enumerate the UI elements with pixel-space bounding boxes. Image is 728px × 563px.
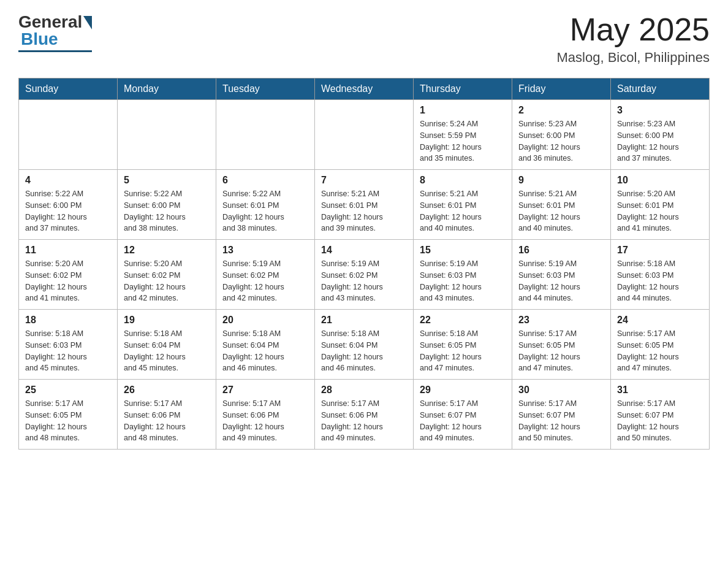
logo-blue-text: Blue bbox=[21, 29, 58, 49]
day-info: Sunrise: 5:21 AM Sunset: 6:01 PM Dayligh… bbox=[420, 188, 506, 234]
day-number: 15 bbox=[420, 245, 506, 256]
week-row-3: 11Sunrise: 5:20 AM Sunset: 6:02 PM Dayli… bbox=[19, 240, 710, 310]
day-info: Sunrise: 5:21 AM Sunset: 6:01 PM Dayligh… bbox=[321, 188, 407, 234]
day-number: 18 bbox=[25, 315, 111, 326]
calendar-header-sunday: Sunday bbox=[19, 79, 118, 100]
day-number: 24 bbox=[617, 315, 703, 326]
calendar-header-saturday: Saturday bbox=[611, 79, 710, 100]
calendar-cell: 1Sunrise: 5:24 AM Sunset: 5:59 PM Daylig… bbox=[414, 100, 512, 170]
day-info: Sunrise: 5:18 AM Sunset: 6:04 PM Dayligh… bbox=[321, 328, 407, 374]
day-number: 19 bbox=[124, 315, 210, 326]
day-number: 8 bbox=[420, 175, 506, 186]
calendar-cell: 21Sunrise: 5:18 AM Sunset: 6:04 PM Dayli… bbox=[315, 310, 414, 380]
logo-underline bbox=[18, 50, 92, 52]
day-number: 11 bbox=[25, 245, 111, 256]
day-number: 2 bbox=[518, 105, 604, 116]
calendar-header-thursday: Thursday bbox=[414, 79, 512, 100]
calendar-cell: 29Sunrise: 5:17 AM Sunset: 6:07 PM Dayli… bbox=[414, 380, 512, 450]
day-number: 4 bbox=[25, 175, 111, 186]
calendar-cell: 5Sunrise: 5:22 AM Sunset: 6:00 PM Daylig… bbox=[118, 170, 216, 240]
day-info: Sunrise: 5:20 AM Sunset: 6:01 PM Dayligh… bbox=[617, 188, 703, 234]
calendar-cell: 19Sunrise: 5:18 AM Sunset: 6:04 PM Dayli… bbox=[118, 310, 216, 380]
day-info: Sunrise: 5:22 AM Sunset: 6:00 PM Dayligh… bbox=[25, 188, 111, 234]
calendar-cell: 2Sunrise: 5:23 AM Sunset: 6:00 PM Daylig… bbox=[512, 100, 611, 170]
day-info: Sunrise: 5:22 AM Sunset: 6:00 PM Dayligh… bbox=[124, 188, 210, 234]
day-info: Sunrise: 5:22 AM Sunset: 6:01 PM Dayligh… bbox=[222, 188, 308, 234]
day-number: 31 bbox=[617, 385, 703, 396]
day-number: 23 bbox=[518, 315, 604, 326]
day-info: Sunrise: 5:18 AM Sunset: 6:05 PM Dayligh… bbox=[420, 328, 506, 374]
day-number: 14 bbox=[321, 245, 407, 256]
calendar-cell: 12Sunrise: 5:20 AM Sunset: 6:02 PM Dayli… bbox=[118, 240, 216, 310]
calendar-cell bbox=[118, 100, 216, 170]
calendar-cell: 28Sunrise: 5:17 AM Sunset: 6:06 PM Dayli… bbox=[315, 380, 414, 450]
calendar-cell: 4Sunrise: 5:22 AM Sunset: 6:00 PM Daylig… bbox=[19, 170, 118, 240]
day-info: Sunrise: 5:24 AM Sunset: 5:59 PM Dayligh… bbox=[420, 118, 506, 164]
calendar-cell: 8Sunrise: 5:21 AM Sunset: 6:01 PM Daylig… bbox=[414, 170, 512, 240]
week-row-1: 1Sunrise: 5:24 AM Sunset: 5:59 PM Daylig… bbox=[19, 100, 710, 170]
calendar-cell: 16Sunrise: 5:19 AM Sunset: 6:03 PM Dayli… bbox=[512, 240, 611, 310]
calendar-cell: 13Sunrise: 5:19 AM Sunset: 6:02 PM Dayli… bbox=[216, 240, 315, 310]
logo: General Blue bbox=[18, 12, 92, 52]
day-number: 16 bbox=[518, 245, 604, 256]
day-info: Sunrise: 5:17 AM Sunset: 6:07 PM Dayligh… bbox=[518, 398, 604, 444]
calendar-cell: 3Sunrise: 5:23 AM Sunset: 6:00 PM Daylig… bbox=[611, 100, 710, 170]
day-info: Sunrise: 5:19 AM Sunset: 6:02 PM Dayligh… bbox=[222, 258, 308, 304]
day-info: Sunrise: 5:20 AM Sunset: 6:02 PM Dayligh… bbox=[25, 258, 111, 304]
week-row-2: 4Sunrise: 5:22 AM Sunset: 6:00 PM Daylig… bbox=[19, 170, 710, 240]
day-number: 25 bbox=[25, 385, 111, 396]
calendar-header-wednesday: Wednesday bbox=[315, 79, 414, 100]
day-number: 3 bbox=[617, 105, 703, 116]
title-block: May 2025 Maslog, Bicol, Philippines bbox=[557, 12, 710, 66]
day-info: Sunrise: 5:17 AM Sunset: 6:05 PM Dayligh… bbox=[617, 328, 703, 374]
day-info: Sunrise: 5:19 AM Sunset: 6:02 PM Dayligh… bbox=[321, 258, 407, 304]
day-number: 5 bbox=[124, 175, 210, 186]
week-row-5: 25Sunrise: 5:17 AM Sunset: 6:05 PM Dayli… bbox=[19, 380, 710, 450]
day-info: Sunrise: 5:19 AM Sunset: 6:03 PM Dayligh… bbox=[518, 258, 604, 304]
calendar-cell bbox=[315, 100, 414, 170]
calendar-cell: 7Sunrise: 5:21 AM Sunset: 6:01 PM Daylig… bbox=[315, 170, 414, 240]
day-number: 21 bbox=[321, 315, 407, 326]
day-info: Sunrise: 5:18 AM Sunset: 6:03 PM Dayligh… bbox=[617, 258, 703, 304]
day-number: 1 bbox=[420, 105, 506, 116]
month-year-title: May 2025 bbox=[557, 12, 710, 47]
day-number: 12 bbox=[124, 245, 210, 256]
page-header: General Blue May 2025 Maslog, Bicol, Phi… bbox=[18, 12, 710, 66]
logo-triangle-icon bbox=[83, 16, 92, 29]
day-info: Sunrise: 5:19 AM Sunset: 6:03 PM Dayligh… bbox=[420, 258, 506, 304]
day-info: Sunrise: 5:18 AM Sunset: 6:04 PM Dayligh… bbox=[222, 328, 308, 374]
calendar-cell: 15Sunrise: 5:19 AM Sunset: 6:03 PM Dayli… bbox=[414, 240, 512, 310]
calendar-cell: 18Sunrise: 5:18 AM Sunset: 6:03 PM Dayli… bbox=[19, 310, 118, 380]
calendar-table: SundayMondayTuesdayWednesdayThursdayFrid… bbox=[18, 78, 710, 450]
day-number: 6 bbox=[222, 175, 308, 186]
day-info: Sunrise: 5:20 AM Sunset: 6:02 PM Dayligh… bbox=[124, 258, 210, 304]
calendar-cell: 30Sunrise: 5:17 AM Sunset: 6:07 PM Dayli… bbox=[512, 380, 611, 450]
day-number: 29 bbox=[420, 385, 506, 396]
day-info: Sunrise: 5:21 AM Sunset: 6:01 PM Dayligh… bbox=[518, 188, 604, 234]
calendar-header-row: SundayMondayTuesdayWednesdayThursdayFrid… bbox=[19, 79, 710, 100]
day-number: 27 bbox=[222, 385, 308, 396]
day-number: 30 bbox=[518, 385, 604, 396]
calendar-cell: 9Sunrise: 5:21 AM Sunset: 6:01 PM Daylig… bbox=[512, 170, 611, 240]
day-info: Sunrise: 5:17 AM Sunset: 6:05 PM Dayligh… bbox=[518, 328, 604, 374]
day-info: Sunrise: 5:23 AM Sunset: 6:00 PM Dayligh… bbox=[617, 118, 703, 164]
day-info: Sunrise: 5:17 AM Sunset: 6:05 PM Dayligh… bbox=[25, 398, 111, 444]
calendar-cell: 24Sunrise: 5:17 AM Sunset: 6:05 PM Dayli… bbox=[611, 310, 710, 380]
calendar-cell: 23Sunrise: 5:17 AM Sunset: 6:05 PM Dayli… bbox=[512, 310, 611, 380]
day-info: Sunrise: 5:17 AM Sunset: 6:06 PM Dayligh… bbox=[321, 398, 407, 444]
day-info: Sunrise: 5:17 AM Sunset: 6:06 PM Dayligh… bbox=[222, 398, 308, 444]
day-info: Sunrise: 5:17 AM Sunset: 6:07 PM Dayligh… bbox=[617, 398, 703, 444]
calendar-cell: 17Sunrise: 5:18 AM Sunset: 6:03 PM Dayli… bbox=[611, 240, 710, 310]
day-info: Sunrise: 5:18 AM Sunset: 6:03 PM Dayligh… bbox=[25, 328, 111, 374]
day-info: Sunrise: 5:17 AM Sunset: 6:06 PM Dayligh… bbox=[124, 398, 210, 444]
day-number: 13 bbox=[222, 245, 308, 256]
day-number: 7 bbox=[321, 175, 407, 186]
day-number: 26 bbox=[124, 385, 210, 396]
day-info: Sunrise: 5:17 AM Sunset: 6:07 PM Dayligh… bbox=[420, 398, 506, 444]
calendar-cell: 10Sunrise: 5:20 AM Sunset: 6:01 PM Dayli… bbox=[611, 170, 710, 240]
calendar-cell bbox=[19, 100, 118, 170]
location-subtitle: Maslog, Bicol, Philippines bbox=[557, 50, 710, 66]
day-number: 28 bbox=[321, 385, 407, 396]
calendar-header-monday: Monday bbox=[118, 79, 216, 100]
calendar-cell: 25Sunrise: 5:17 AM Sunset: 6:05 PM Dayli… bbox=[19, 380, 118, 450]
